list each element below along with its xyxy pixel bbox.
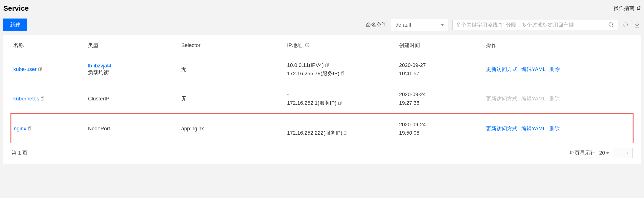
page-size-select[interactable]: 20 <box>599 150 609 156</box>
search-box <box>452 20 618 30</box>
col-ip: IP地址 <box>285 42 397 55</box>
col-selector: Selector <box>179 42 285 55</box>
ip-line: - <box>287 90 394 99</box>
created-time: 19:50:08 <box>399 129 481 137</box>
create-button[interactable]: 新建 <box>3 18 27 31</box>
ip-line: - <box>287 120 394 129</box>
lb-link[interactable]: lb-ibzvjal4 <box>88 63 176 69</box>
created-time: 10:41:57 <box>399 69 481 78</box>
refresh-button[interactable] <box>622 21 629 28</box>
col-created: 创建时间 <box>397 42 484 55</box>
update-access-action[interactable]: 更新访问方式 <box>486 126 518 132</box>
chevron-left-icon <box>616 151 620 155</box>
search-icon[interactable] <box>608 22 614 28</box>
service-name-link[interactable]: nginx <box>14 126 26 132</box>
service-name-link[interactable]: kube-user <box>13 66 36 72</box>
copy-icon[interactable] <box>338 100 342 105</box>
table-row: kubernetesClusterIP无-172.16.252.1(服务IP)2… <box>11 84 633 114</box>
namespace-label: 命名空间 <box>366 21 387 28</box>
page-size-label: 每页显示行 <box>569 149 596 157</box>
type-text: ClusterIP <box>88 96 176 102</box>
col-name: 名称 <box>11 42 86 55</box>
info-icon[interactable] <box>305 42 310 48</box>
delete-action[interactable]: 删除 <box>549 66 560 72</box>
copy-icon[interactable] <box>324 63 329 67</box>
update-access-action[interactable]: 更新访问方式 <box>486 66 518 72</box>
external-link-icon <box>636 6 641 11</box>
created-date: 2020-09-24 <box>399 120 481 129</box>
update-access-action[interactable]: 更新访问方式 <box>486 96 518 102</box>
namespace-value: default <box>396 22 411 28</box>
prev-page-button[interactable] <box>613 148 623 158</box>
service-name-link[interactable]: kubernetes <box>13 96 39 102</box>
copy-icon[interactable] <box>40 96 45 101</box>
namespace-select[interactable]: default <box>391 19 448 31</box>
pager <box>613 148 632 158</box>
download-icon <box>634 22 640 28</box>
edit-yaml-action[interactable]: 编辑YAML <box>521 126 546 132</box>
download-button[interactable] <box>634 21 641 28</box>
page-indicator: 第 1 页 <box>12 149 28 157</box>
col-actions: 操作 <box>484 42 633 55</box>
table-row: kube-userlb-ibzvjal4负载均衡无10.0.0.11(IPV4)… <box>11 55 633 84</box>
table-header-row: 名称 类型 Selector IP地址 创建时间 操作 <box>11 42 633 55</box>
chevron-right-icon <box>626 151 629 155</box>
ip-line: 10.0.0.11(IPV4) <box>287 61 394 69</box>
next-page-button[interactable] <box>623 148 632 158</box>
page-title: Service <box>3 4 29 12</box>
col-type: 类型 <box>86 42 179 55</box>
created-time: 19:27:36 <box>399 99 481 107</box>
search-input[interactable] <box>456 22 608 28</box>
copy-icon[interactable] <box>343 130 348 135</box>
created-date: 2020-09-27 <box>399 61 481 69</box>
selector-text: 无 <box>179 84 285 114</box>
delete-action[interactable]: 删除 <box>549 96 560 102</box>
help-guide-link[interactable]: 操作指南 <box>614 5 641 12</box>
type-text: NodePort <box>88 126 176 132</box>
ip-line: 172.16.252.1(服务IP) <box>287 99 394 107</box>
refresh-icon <box>622 22 629 28</box>
ip-line: 172.16.252.222(服务IP) <box>287 129 394 137</box>
type-text: 负载均衡 <box>88 69 176 76</box>
page-size-value: 20 <box>599 150 605 156</box>
selector-text: 无 <box>179 55 285 84</box>
copy-icon[interactable] <box>27 126 32 131</box>
selector-text: app:nginx <box>179 114 285 143</box>
ip-line: 172.16.255.79(服务IP) <box>287 69 394 78</box>
copy-icon[interactable] <box>340 71 345 76</box>
chevron-down-icon <box>606 152 609 154</box>
edit-yaml-action[interactable]: 编辑YAML <box>521 66 546 72</box>
copy-icon[interactable] <box>38 67 42 71</box>
help-guide-label: 操作指南 <box>614 5 634 12</box>
edit-yaml-action[interactable]: 编辑YAML <box>521 96 546 102</box>
delete-action[interactable]: 删除 <box>549 126 560 132</box>
table-row: nginxNodePortapp:nginx-172.16.252.222(服务… <box>11 114 633 143</box>
created-date: 2020-09-24 <box>399 90 481 99</box>
